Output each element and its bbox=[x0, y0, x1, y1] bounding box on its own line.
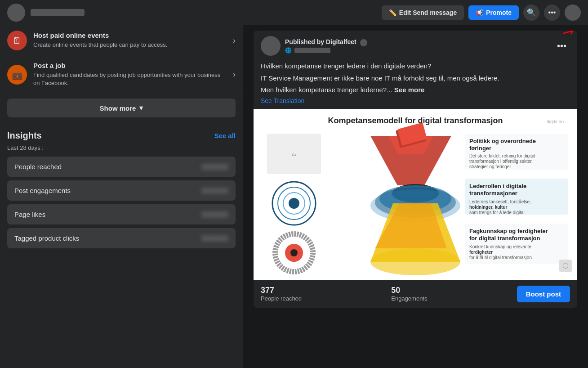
svg-text:holdninger, kultur: holdninger, kultur bbox=[469, 205, 508, 210]
menu-item-post-job[interactable]: 💼 Post a job Find qualified candidates b… bbox=[0, 56, 243, 93]
help-badge bbox=[360, 39, 367, 46]
insight-label-page-likes: Page likes bbox=[14, 211, 45, 218]
post-author-avatar bbox=[261, 36, 281, 56]
post-body: Hvilken kompetanse trenger ledere i den … bbox=[254, 61, 577, 109]
svg-text:Lederrollen i digitale: Lederrollen i digitale bbox=[469, 183, 526, 189]
post-stat-num-people-reached: 377 bbox=[261, 286, 302, 295]
red-arrow-annotation: ↗ bbox=[559, 31, 577, 42]
host-events-text: Host paid online events Create online ev… bbox=[33, 31, 227, 49]
insight-row-post-engagements: Post engagements bbox=[7, 180, 236, 201]
svg-text:⬡: ⬡ bbox=[562, 262, 569, 269]
svg-text:føringer: føringer bbox=[469, 145, 491, 152]
host-events-chevron: › bbox=[233, 36, 236, 45]
show-more-label: Show more bbox=[100, 104, 136, 112]
insights-period: Last 28 days : bbox=[7, 144, 236, 151]
insight-value-people-reached bbox=[201, 164, 228, 170]
svg-text:Konkret kunnskap og relevante: Konkret kunnskap og relevante bbox=[469, 244, 531, 249]
post-text-line3: Men hvilken kompetanse trenger lederne?.… bbox=[261, 85, 570, 95]
globe-icon: 🌐 bbox=[285, 47, 292, 54]
post-author-info: Published by Digitalfeet 🌐 bbox=[285, 38, 367, 53]
svg-text:Kompetansemodell for digital t: Kompetansemodell for digital transformas… bbox=[328, 116, 503, 125]
post-image-svg: Kompetansemodell for digital transformas… bbox=[254, 109, 577, 280]
post-author-name: Published by Digitalfeet bbox=[285, 38, 367, 46]
menu-item-host-events[interactable]: 🗓 Host paid online events Create online … bbox=[0, 25, 243, 56]
post-stat-engagements: 50 Engagements bbox=[391, 286, 427, 302]
see-translation-link[interactable]: See Translation bbox=[261, 97, 570, 104]
post-header: Published by Digitalfeet 🌐 ••• ↗ bbox=[254, 31, 577, 61]
more-icon: ••• bbox=[548, 9, 556, 17]
svg-text:som trengs for å lede digital: som trengs for å lede digital bbox=[469, 210, 525, 215]
right-content: Published by Digitalfeet 🌐 ••• ↗ bbox=[243, 25, 588, 368]
post-more-button[interactable]: ••• ↗ bbox=[553, 39, 570, 53]
pencil-icon: ✏️ bbox=[389, 9, 396, 16]
host-events-desc: Create online events that people can pay… bbox=[33, 41, 227, 49]
post-header-right: ••• ↗ bbox=[553, 39, 570, 53]
insight-row-page-likes: Page likes bbox=[7, 204, 236, 224]
search-button[interactable]: 🔍 bbox=[523, 4, 539, 21]
see-all-link[interactable]: See all bbox=[214, 132, 236, 139]
svg-text:ferdigheter: ferdigheter bbox=[469, 250, 493, 255]
see-more-link[interactable]: See more bbox=[394, 86, 425, 94]
page-avatar bbox=[7, 4, 25, 22]
search-icon: 🔍 bbox=[527, 8, 536, 17]
edit-send-label: Edit Send message bbox=[399, 9, 457, 16]
post-time-blur bbox=[294, 48, 330, 53]
left-sidebar: 🗓 Host paid online events Create online … bbox=[0, 25, 243, 368]
svg-point-11 bbox=[290, 249, 298, 256]
nav-left bbox=[7, 4, 85, 22]
svg-text:digdir.no: digdir.no bbox=[547, 119, 564, 124]
post-text-line2: IT Service Management er ikke bare noe I… bbox=[261, 73, 570, 84]
insights-header: Insights See all bbox=[7, 130, 236, 141]
svg-text:for digital transformasjon: for digital transformasjon bbox=[469, 235, 540, 242]
post-text-line3-content: Men hvilken kompetanse trenger lederne?.… bbox=[261, 86, 392, 94]
post-stat-label-people-reached: People reached bbox=[261, 295, 302, 302]
svg-text:transformasjon i offentlig sek: transformasjon i offentlig sektor, bbox=[469, 159, 533, 164]
host-events-title: Host paid online events bbox=[33, 31, 227, 39]
svg-text:Fagkunnskap og ferdigheter: Fagkunnskap og ferdigheter bbox=[469, 228, 548, 234]
post-text-line1: Hvilken kompetanse trenger ledere i den … bbox=[261, 61, 570, 72]
post-stat-people-reached: 377 People reached bbox=[261, 286, 302, 302]
post-job-icon: 💼 bbox=[7, 65, 27, 85]
post-job-chevron: › bbox=[233, 70, 236, 79]
insight-label-post-engagements: Post engagements bbox=[14, 187, 71, 194]
insights-section: Insights See all Last 28 days : People r… bbox=[0, 123, 243, 259]
svg-text:Det store bildet, retning for : Det store bildet, retning for digital bbox=[469, 153, 535, 158]
top-navigation: ✏️ Edit Send message 📢 Promote 🔍 ••• bbox=[0, 0, 588, 25]
svg-text:Ledernes tankesett, forståelse: Ledernes tankesett, forståelse, bbox=[469, 199, 531, 204]
insight-value-page-likes bbox=[201, 211, 228, 218]
post-card: Published by Digitalfeet 🌐 ••• ↗ bbox=[254, 31, 577, 308]
svg-point-23 bbox=[370, 248, 460, 275]
main-content: 🗓 Host paid online events Create online … bbox=[0, 25, 588, 368]
insight-row-people-reached: People reached bbox=[7, 157, 236, 177]
insights-title: Insights bbox=[7, 130, 42, 141]
svg-text:for å få til digital transform: for å få til digital transformasjon bbox=[469, 255, 532, 260]
chevron-down-icon: ▾ bbox=[139, 104, 143, 112]
promote-label: Promote bbox=[486, 9, 512, 16]
post-text-line2-content: IT Service Management er ikke bare noe I… bbox=[261, 74, 499, 82]
more-options-button[interactable]: ••• bbox=[544, 4, 560, 21]
post-author: Published by Digitalfeet 🌐 bbox=[261, 36, 367, 56]
insight-value-post-engagements bbox=[201, 188, 228, 194]
show-more-button[interactable]: Show more ▾ bbox=[7, 99, 236, 117]
svg-text:🗂: 🗂 bbox=[292, 152, 296, 157]
page-name bbox=[31, 9, 85, 16]
svg-text:transformasjoner: transformasjoner bbox=[469, 190, 517, 197]
post-job-desc: Find qualified candidates by posting job… bbox=[33, 71, 227, 87]
post-stat-label-engagements: Engagements bbox=[391, 295, 427, 302]
post-job-text: Post a job Find qualified candidates by … bbox=[33, 62, 227, 87]
post-stat-num-engagements: 50 bbox=[391, 286, 427, 295]
svg-text:strategier og føringer: strategier og føringer bbox=[469, 164, 511, 169]
post-meta: 🌐 bbox=[285, 47, 367, 54]
svg-point-8 bbox=[289, 198, 299, 209]
published-by-text: Published by Digitalfeet bbox=[285, 38, 356, 45]
edit-send-message-button[interactable]: ✏️ Edit Send message bbox=[382, 5, 464, 20]
host-events-icon: 🗓 bbox=[7, 31, 27, 50]
post-image-container: Kompetansemodell for digital transformas… bbox=[254, 109, 577, 280]
promote-button[interactable]: 📢 Promote bbox=[468, 5, 519, 20]
post-text-line1-content: Hvilken kompetanse trenger ledere i den … bbox=[261, 62, 431, 70]
nav-right: ✏️ Edit Send message 📢 Promote 🔍 ••• bbox=[382, 4, 581, 21]
megaphone-icon: 📢 bbox=[476, 9, 483, 16]
insight-label-people-reached: People reached bbox=[14, 163, 62, 171]
insight-row-tagged-product-clicks: Tagged product clicks bbox=[7, 228, 236, 248]
boost-post-button[interactable]: Boost post bbox=[517, 286, 570, 302]
